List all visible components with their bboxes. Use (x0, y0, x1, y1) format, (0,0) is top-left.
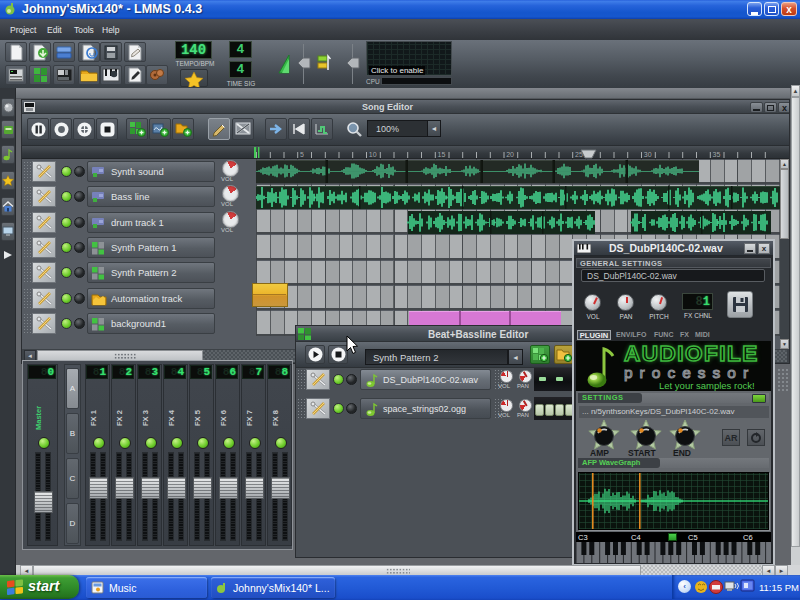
svg-text:30: 30 (644, 151, 652, 158)
svg-text:5: 5 (300, 151, 304, 158)
svg-text:35: 35 (713, 151, 721, 158)
svg-text:15: 15 (438, 151, 446, 158)
svg-text:20: 20 (506, 151, 514, 158)
svg-text:10: 10 (369, 151, 377, 158)
